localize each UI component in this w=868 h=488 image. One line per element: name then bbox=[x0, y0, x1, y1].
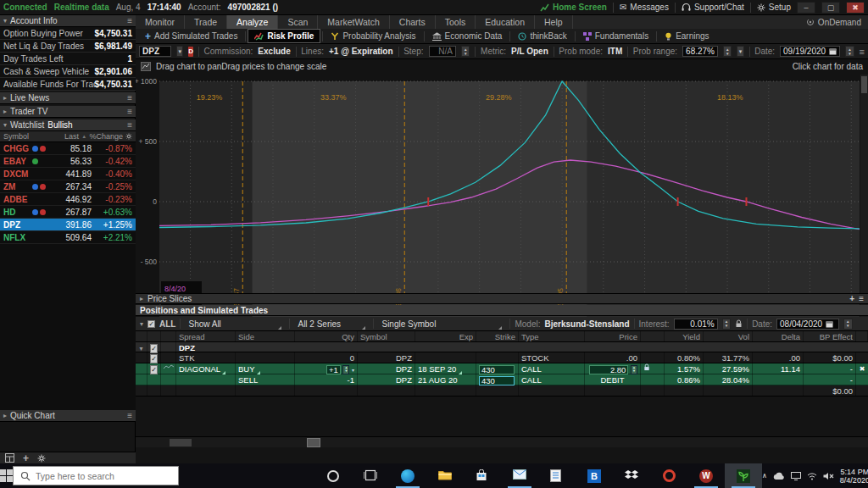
taskbar-app-b-app[interactable]: B bbox=[576, 463, 613, 488]
model-value[interactable]: Bjerksund-Stensland bbox=[544, 319, 629, 329]
maximize-button[interactable]: ▢ bbox=[821, 2, 840, 14]
trade-row-1[interactable]: ✓DIAGONAL BUY +1 ▲▼ ▾DPZ18 SEP 20 430CAL… bbox=[136, 363, 868, 374]
menu-icon[interactable]: ≡ bbox=[860, 47, 865, 57]
close-button[interactable]: ✖ bbox=[846, 2, 865, 14]
taskbar-app-edge[interactable] bbox=[389, 463, 426, 488]
show-all-dropdown[interactable]: Show All bbox=[185, 319, 285, 330]
subtab-economic-data[interactable]: Economic Data bbox=[426, 30, 509, 42]
quick-chart-header[interactable]: ▸ Quick Chart ≡ bbox=[0, 410, 136, 422]
subtab-fundamentals[interactable]: Fundamentals bbox=[577, 30, 654, 42]
tab-monitor[interactable]: Monitor bbox=[136, 15, 185, 29]
symbol-input[interactable]: DPZ bbox=[139, 46, 171, 57]
sort-icon[interactable]: ▴ bbox=[79, 133, 86, 140]
chart-vertical-scrollbar[interactable] bbox=[860, 75, 868, 329]
menu-icon[interactable]: ≡ bbox=[859, 294, 864, 303]
ondemand-button[interactable]: OnDemand bbox=[806, 18, 868, 27]
column-header[interactable] bbox=[856, 331, 868, 342]
start-button[interactable] bbox=[0, 463, 13, 488]
symbol-mode-dropdown[interactable]: Single Symbol bbox=[378, 319, 505, 330]
taskbar-app-mail[interactable] bbox=[501, 463, 538, 488]
price-cell[interactable]: 2.80 ▲▼ bbox=[585, 363, 641, 374]
network-icon[interactable] bbox=[807, 472, 817, 480]
subtab-thinkback[interactable]: thinkBack bbox=[512, 30, 572, 42]
account-info-header[interactable]: ▾ Account Info ≡ bbox=[0, 15, 136, 27]
add-simulated-trades-button[interactable]: +Add Simulated Trades bbox=[139, 29, 243, 44]
column-header[interactable]: Qty bbox=[295, 331, 358, 342]
exp-cell[interactable]: 21 AUG 20 bbox=[415, 374, 476, 385]
menu-icon[interactable]: ≡ bbox=[127, 107, 132, 116]
exp-cell[interactable]: 18 SEP 20 bbox=[415, 363, 476, 374]
column-header[interactable] bbox=[136, 331, 147, 342]
metric-value[interactable]: P/L Open bbox=[511, 47, 548, 56]
qty-cell[interactable]: +1 ▲▼ ▾ bbox=[295, 363, 358, 374]
home-screen-button[interactable]: Home Screen bbox=[540, 3, 607, 12]
interest-input[interactable]: 0.01% bbox=[674, 319, 718, 330]
prob-range-input[interactable]: 68.27% bbox=[682, 46, 718, 57]
column-header[interactable] bbox=[641, 331, 665, 342]
taskbar-app-doc[interactable] bbox=[538, 463, 576, 488]
subtab-probability-analysis[interactable]: Probability Analysis bbox=[325, 30, 421, 42]
calendar-icon[interactable] bbox=[829, 47, 837, 55]
taskbar-app-file-explorer[interactable] bbox=[426, 463, 464, 488]
column-header[interactable]: Symbol bbox=[358, 331, 415, 342]
qty-cell[interactable]: 0 bbox=[295, 352, 358, 363]
watchlist-row-zm[interactable]: ZM267.34-0.25% bbox=[0, 180, 136, 193]
taskbar-app-opera[interactable] bbox=[650, 463, 687, 488]
add-gadget-icon[interactable]: + bbox=[23, 452, 29, 464]
subtab-earnings[interactable]: Earnings bbox=[659, 30, 715, 42]
scrollbar-thumb[interactable] bbox=[170, 439, 192, 446]
tab-education[interactable]: Education bbox=[476, 15, 535, 29]
account-number[interactable]: 497002821 () bbox=[228, 3, 279, 12]
taskbar-app-cortana[interactable] bbox=[314, 463, 352, 488]
positions-header[interactable]: Positions and Simulated Trades bbox=[136, 305, 868, 316]
tab-help[interactable]: Help bbox=[535, 15, 573, 29]
dividend-flag-icon[interactable]: D bbox=[188, 47, 193, 57]
column-header[interactable]: Price bbox=[585, 331, 641, 342]
taskbar-app-thinkorswim[interactable] bbox=[725, 463, 762, 488]
column-header[interactable]: Spread bbox=[176, 331, 236, 342]
taskbar-clock[interactable]: 5:14 PM 8/4/2020 bbox=[840, 468, 868, 485]
prob-mode-value[interactable]: ITM bbox=[608, 47, 622, 56]
setup-button[interactable]: Setup bbox=[757, 3, 791, 12]
delete-row-icon[interactable]: ✖ bbox=[856, 363, 868, 374]
watchlist-row-dpz[interactable]: DPZ391.86+1.25% bbox=[0, 219, 136, 231]
taskbar-app-store[interactable] bbox=[464, 463, 501, 488]
col-symbol[interactable]: Symbol bbox=[3, 132, 42, 141]
trader-tv-header[interactable]: ▸ Trader TV ≡ bbox=[0, 106, 136, 118]
horizontal-scrollbar[interactable] bbox=[136, 436, 868, 447]
step-spinner[interactable]: ▲▼ bbox=[461, 46, 470, 57]
chart-hint-right[interactable]: Click chart for data bbox=[793, 62, 863, 71]
column-header[interactable]: Exp bbox=[415, 331, 476, 342]
tab-analyze[interactable]: Analyze bbox=[227, 15, 278, 29]
column-header[interactable]: Strike bbox=[476, 331, 519, 342]
column-header[interactable]: Delta bbox=[753, 331, 804, 342]
gear-icon[interactable] bbox=[125, 133, 132, 140]
column-header[interactable] bbox=[147, 331, 161, 342]
column-header[interactable] bbox=[161, 331, 176, 342]
col-last[interactable]: Last bbox=[42, 132, 79, 141]
trade-row-0[interactable]: ✓STK0DPZSTOCK.000.80%31.77%.00$0.00 bbox=[136, 352, 868, 363]
gear-icon[interactable] bbox=[37, 454, 46, 463]
live-news-header[interactable]: ▸ Live News ≡ bbox=[0, 92, 136, 104]
tab-marketwatch[interactable]: MarketWatch bbox=[318, 15, 389, 29]
side-cell[interactable]: BUY bbox=[236, 363, 295, 374]
lock-icon[interactable] bbox=[641, 363, 665, 374]
positions-group-row[interactable]: ▾✓DPZ bbox=[136, 342, 868, 352]
expiration-date-input[interactable]: 09/19/2020 bbox=[780, 46, 840, 57]
watchlist-header[interactable]: ▾ Watchlist Bullish ≡ bbox=[0, 119, 136, 131]
analysis-date-input[interactable]: 08/04/2020 bbox=[776, 319, 839, 330]
tab-tools[interactable]: Tools bbox=[436, 15, 476, 29]
step-input[interactable]: N/A bbox=[429, 46, 457, 57]
volume-muted-icon[interactable] bbox=[823, 472, 834, 480]
layout-grid-icon[interactable] bbox=[5, 453, 14, 463]
tray-expand-icon[interactable]: ∧ bbox=[762, 472, 767, 480]
watchlist-row-hd[interactable]: HD267.87+0.63% bbox=[0, 206, 136, 219]
taskbar-app-dropbox[interactable] bbox=[613, 463, 650, 488]
support-chat-button[interactable]: Support/Chat bbox=[682, 3, 744, 12]
all-checkbox[interactable]: ✓ bbox=[147, 320, 155, 328]
spread-cell[interactable]: DIAGONAL bbox=[176, 363, 236, 374]
add-slice-icon[interactable]: + bbox=[849, 294, 854, 303]
menu-icon[interactable]: ≡ bbox=[127, 120, 132, 130]
row-checkbox[interactable]: ✓ bbox=[147, 352, 161, 363]
date-spinner[interactable]: ▲▼ bbox=[845, 46, 854, 57]
